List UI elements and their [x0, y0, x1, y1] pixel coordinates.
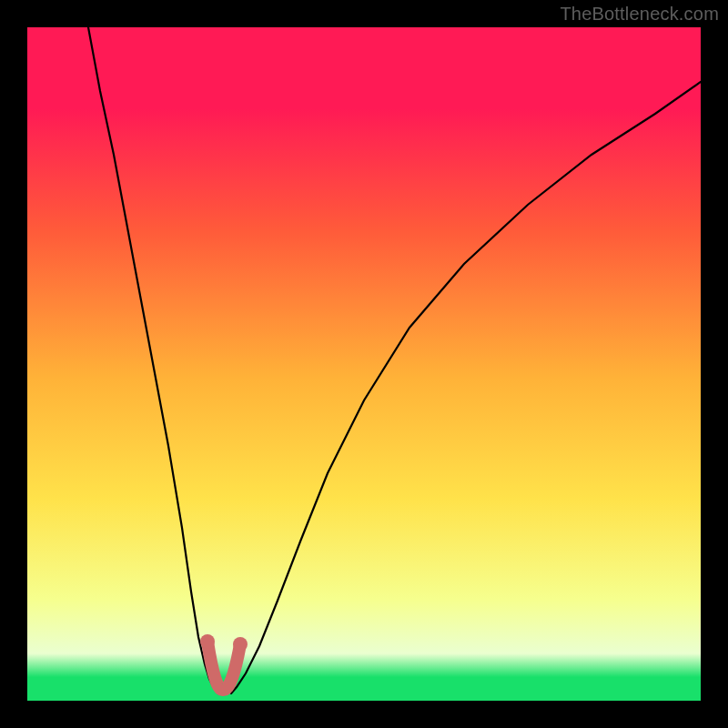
optimal-marker-dot-right: [233, 637, 248, 652]
gradient-background: [27, 27, 701, 701]
watermark-text: TheBottleneck.com: [560, 4, 719, 25]
plot-area: [27, 27, 701, 701]
chart-stage: TheBottleneck.com: [0, 0, 728, 728]
optimal-marker-dot-left: [200, 634, 215, 649]
plot-svg: [27, 27, 701, 701]
